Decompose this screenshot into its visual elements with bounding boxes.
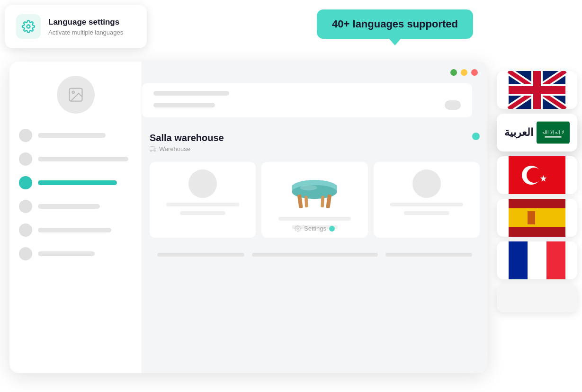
warehouse-info: Salla warehouse Warehouse xyxy=(150,133,224,152)
sidebar-line-2 xyxy=(38,157,128,161)
header-line-2 xyxy=(153,103,215,107)
sidebar-dot-3 xyxy=(19,176,32,189)
svg-rect-24 xyxy=(509,86,565,94)
sidebar-item-3 xyxy=(19,173,132,192)
settings-row-inner: Settings xyxy=(261,225,367,232)
warehouse-type: Warehouse xyxy=(159,145,190,152)
arabic-label: العربية xyxy=(504,126,533,139)
product-line-3b xyxy=(404,211,449,215)
product-grid: Settings xyxy=(150,162,480,238)
product-image-3 xyxy=(412,169,441,198)
flag-card-france[interactable] xyxy=(497,241,577,279)
browser-mockup: Salla warehouse Warehouse xyxy=(9,62,487,373)
browser-topbar xyxy=(142,62,487,83)
header-line-1 xyxy=(153,91,229,96)
badge-arrow xyxy=(389,39,401,45)
product-image-1 xyxy=(188,169,217,198)
badge-text: 40+ languages supported xyxy=(332,18,458,30)
flag-card-turkey[interactable] xyxy=(497,156,577,194)
svg-marker-4 xyxy=(154,148,156,150)
sidebar-item-4 xyxy=(19,197,132,216)
sidebar-line-4 xyxy=(38,204,100,209)
sidebar-item-6 xyxy=(19,244,132,263)
warehouse-section: Salla warehouse Warehouse xyxy=(142,123,487,373)
sidebar-line-6 xyxy=(38,251,95,256)
bottom-line-1 xyxy=(157,253,244,257)
image-icon xyxy=(67,86,84,103)
sidebar-item-2 xyxy=(19,150,132,169)
flag-card-arabic[interactable]: العربية لا إله إلا الله xyxy=(497,114,577,151)
svg-rect-3 xyxy=(150,146,154,150)
warehouse-title: Salla warehouse xyxy=(150,133,224,143)
card-title: Language settings xyxy=(48,18,123,27)
product-line-3a xyxy=(390,203,463,206)
flags-panel: العربية لا إله إلا الله xyxy=(497,71,577,312)
svg-point-0 xyxy=(27,25,30,28)
window-dot-red xyxy=(471,69,478,76)
svg-rect-35 xyxy=(528,211,535,224)
status-indicator xyxy=(472,133,480,140)
settings-label: Settings xyxy=(304,225,326,232)
warehouse-icon xyxy=(150,146,156,152)
flag-tr xyxy=(506,156,568,194)
flag-card-spain[interactable] xyxy=(497,199,577,237)
warehouse-subtitle: Warehouse xyxy=(150,145,224,152)
content-header-wrapper xyxy=(142,83,487,123)
sidebar-line-3 xyxy=(38,180,117,185)
flag-es xyxy=(506,199,568,237)
product-line-1b xyxy=(180,211,225,215)
window-dot-yellow xyxy=(461,69,467,76)
header-row xyxy=(153,100,461,110)
content-header xyxy=(142,83,472,117)
flag-card-more[interactable] xyxy=(497,284,577,312)
sidebar-dot-4 xyxy=(19,200,32,213)
product-card-featured: Settings xyxy=(261,162,367,238)
gear-icon xyxy=(22,20,35,33)
svg-rect-38 xyxy=(509,241,528,279)
flag-fr xyxy=(506,241,568,279)
svg-rect-12 xyxy=(304,196,308,207)
sidebar-avatar xyxy=(57,76,95,114)
bottom-line-3 xyxy=(385,253,473,257)
bottom-lines xyxy=(150,245,480,264)
gear-icon-container xyxy=(16,14,41,39)
languages-badge: 40+ languages supported xyxy=(317,9,473,39)
product-card-1 xyxy=(150,162,256,238)
language-settings-card: Language settings Activate multiple lang… xyxy=(5,5,147,48)
settings-icon xyxy=(295,225,301,232)
svg-point-2 xyxy=(72,91,74,94)
product-line-1a xyxy=(166,203,239,206)
card-text: Language settings Activate multiple lang… xyxy=(48,18,123,36)
sidebar-item-5 xyxy=(19,221,132,240)
svg-text:لا إله إلا الله: لا إله إلا الله xyxy=(542,130,564,135)
sidebar-dot-1 xyxy=(19,129,32,142)
flag-uk xyxy=(506,71,568,109)
sidebar xyxy=(9,62,142,373)
product-card-3 xyxy=(374,162,480,238)
sidebar-dot-6 xyxy=(19,247,32,260)
sidebar-line-5 xyxy=(38,228,111,232)
sidebar-item-1 xyxy=(19,126,132,145)
furniture-image xyxy=(281,169,348,212)
sidebar-dot-2 xyxy=(19,152,32,166)
sidebar-dot-5 xyxy=(19,223,32,237)
card-subtitle: Activate multiple languages xyxy=(48,29,123,36)
settings-status-dot xyxy=(329,226,335,232)
sidebar-line-1 xyxy=(38,133,106,138)
svg-point-5 xyxy=(151,150,152,151)
svg-point-14 xyxy=(300,185,317,190)
product-line-2a xyxy=(278,217,351,221)
svg-point-6 xyxy=(154,150,155,151)
flag-sa: لا إله إلا الله xyxy=(537,121,570,144)
svg-point-15 xyxy=(297,228,299,230)
svg-point-31 xyxy=(527,168,542,183)
toggle-control[interactable] xyxy=(445,100,461,110)
warehouse-header: Salla warehouse Warehouse xyxy=(150,133,480,152)
main-content: Salla warehouse Warehouse xyxy=(142,62,487,373)
flag-card-uk[interactable] xyxy=(497,71,577,109)
svg-rect-34 xyxy=(509,208,565,227)
bottom-line-2 xyxy=(252,253,378,257)
window-dot-green xyxy=(450,69,457,76)
svg-rect-13 xyxy=(321,196,325,207)
